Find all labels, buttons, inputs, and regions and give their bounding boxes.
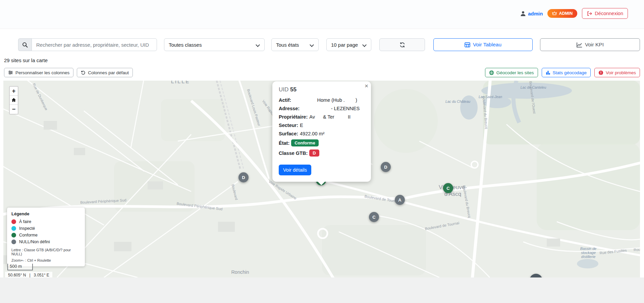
zoom-in-button[interactable]: +: [10, 87, 18, 96]
sites-count: 29 sites sur la carte: [4, 57, 48, 63]
chevron-down-icon: [362, 43, 367, 47]
site-marker[interactable]: A: [395, 195, 405, 205]
chevron-down-icon: [310, 43, 314, 47]
legend-note: Zoom+- : Ctrl + Roulette: [11, 258, 80, 262]
page-size-value: 10 par page: [331, 42, 358, 48]
popup-field-label: Secteur:: [279, 123, 298, 128]
site-marker[interactable]: C: [369, 212, 379, 222]
popup-fields: Actif: Home (Hub . ) Adresse: - LEZENNES…: [279, 97, 365, 157]
person-icon: [520, 11, 526, 16]
chart-line-icon: [576, 42, 582, 48]
legend-title: Légende: [11, 211, 80, 216]
site-marker[interactable]: D: [238, 172, 249, 182]
table-icon: [465, 42, 470, 48]
site-marker[interactable]: [530, 274, 542, 277]
legend-color-dot: [11, 233, 16, 237]
role-badge: ADMIN: [547, 9, 577, 18]
search-addon: [18, 38, 32, 51]
zoom-out-button[interactable]: −: [10, 105, 18, 114]
popup-field-label: Propriétaire:: [279, 114, 308, 120]
map-legend: Légende À faire Inspecté Conforme NULL/N…: [7, 208, 85, 266]
popup-field-label: Actif:: [279, 97, 291, 103]
state-filter-select[interactable]: Tous états: [271, 38, 319, 51]
legend-note: Lettre : Classe GTB (A/B/C/D/? pour NULL…: [11, 248, 80, 256]
legend-color-dot: [11, 226, 16, 231]
home-icon: [11, 98, 16, 102]
state-filter-value: Tous états: [276, 42, 299, 48]
refresh-button[interactable]: [379, 38, 425, 51]
geocode-sites-label: Géocoder les sites: [496, 70, 534, 75]
search-group: [18, 38, 157, 51]
role-badge-label: ADMIN: [559, 11, 573, 16]
popup-field-row: Actif: Home (Hub . ): [279, 97, 365, 103]
popup-field-row: Adresse: - LEZENNES: [279, 106, 365, 111]
legend-notes: Lettre : Classe GTB (A/B/C/D/? pour NULL…: [11, 248, 80, 262]
popup-field-label: État:: [279, 140, 289, 146]
legend-item-label: NULL/Non défini: [19, 240, 50, 244]
popup-field-row: Classe GTB:D: [279, 149, 365, 157]
legend-item: NULL/Non défini: [11, 240, 80, 244]
marker-letter: A: [398, 198, 401, 203]
marker-letter: C: [446, 186, 449, 191]
popup-field-row: État:Conforme: [279, 139, 365, 146]
logout-label: Déconnexion: [595, 11, 623, 16]
geocode-stats-label: Stats géocodage: [553, 70, 587, 75]
popup-field-row: Surface:4922.00 m²: [279, 131, 365, 136]
popup-field-value: Av & Ter II: [309, 114, 351, 120]
view-problems-label: Voir problèmes: [606, 70, 636, 75]
legend-items: À faire Inspecté Conforme NULL/Non défin…: [11, 219, 80, 244]
geocode-stats-button[interactable]: Stats géocodage: [542, 68, 591, 77]
username: admin: [528, 11, 543, 16]
map-scale-bar: 500 m: [7, 264, 33, 270]
globe-icon: [489, 70, 494, 75]
class-filter-select[interactable]: Toutes classes: [164, 38, 265, 51]
default-columns-label: Colonnes par défaut: [88, 70, 129, 75]
status-badge: Conforme: [291, 139, 318, 146]
site-marker[interactable]: D: [381, 162, 391, 172]
logout-button[interactable]: Déconnexion: [582, 8, 628, 19]
map-zoom-control: + −: [9, 86, 18, 115]
page-size-select[interactable]: 10 par page: [326, 38, 371, 51]
view-problems-button[interactable]: Voir problèmes: [594, 68, 640, 77]
site-marker[interactable]: C: [443, 183, 453, 193]
legend-item: À faire: [11, 219, 80, 224]
home-button[interactable]: [10, 96, 18, 105]
search-icon: [22, 42, 28, 48]
popup-field-value: - LEZENNES: [301, 106, 360, 111]
chevron-down-icon: [256, 43, 260, 47]
refresh-icon: [399, 42, 405, 48]
class-filter-value: Toutes classes: [169, 42, 202, 48]
crown-icon: [552, 11, 557, 15]
marker-letter: C: [372, 215, 375, 220]
top-navbar: admin ADMIN Déconnexion: [0, 0, 644, 29]
legend-item-label: À faire: [19, 219, 31, 224]
popup-field-label: Adresse:: [279, 106, 300, 111]
popup-field-value: E: [300, 123, 303, 128]
view-details-button[interactable]: Voir détails: [279, 165, 311, 175]
legend-color-dot: [11, 219, 16, 224]
popup-field-row: Propriétaire:Av & Ter II: [279, 114, 365, 120]
status-badge: D: [309, 149, 319, 157]
search-input[interactable]: [32, 38, 157, 51]
close-icon[interactable]: ×: [365, 82, 368, 90]
user-bar: admin ADMIN Déconnexion: [520, 8, 628, 19]
view-table-button[interactable]: Voir Tableau: [433, 38, 533, 51]
popup-title: UID 55: [279, 86, 365, 93]
legend-item-label: Conforme: [19, 233, 38, 237]
map-coordinates: 50.605° N | 3.051° E: [5, 272, 52, 277]
view-table-label: Voir Tableau: [473, 42, 501, 48]
sliders-icon: [8, 70, 13, 75]
legend-item: Conforme: [11, 233, 80, 237]
map-canvas[interactable]: LILLERue de DunkerqueBoulevard Louis Pas…: [3, 81, 640, 277]
customize-columns-label: Personnaliser les colonnes: [15, 70, 69, 75]
logout-icon: [587, 11, 592, 16]
user-identity: admin: [520, 11, 543, 16]
geocode-sites-button[interactable]: Géocoder les sites: [485, 68, 538, 77]
customize-columns-button[interactable]: Personnaliser les colonnes: [4, 68, 73, 77]
site-popup: × UID 55 Actif: Home (Hub . ) Adresse: -…: [272, 81, 371, 182]
alert-icon: [598, 70, 603, 75]
view-kpi-button[interactable]: Voir KPI: [540, 38, 640, 51]
default-columns-button[interactable]: Colonnes par défaut: [77, 68, 133, 77]
popup-title-value: 55: [290, 86, 297, 93]
popup-title-prefix: UID: [279, 86, 288, 93]
